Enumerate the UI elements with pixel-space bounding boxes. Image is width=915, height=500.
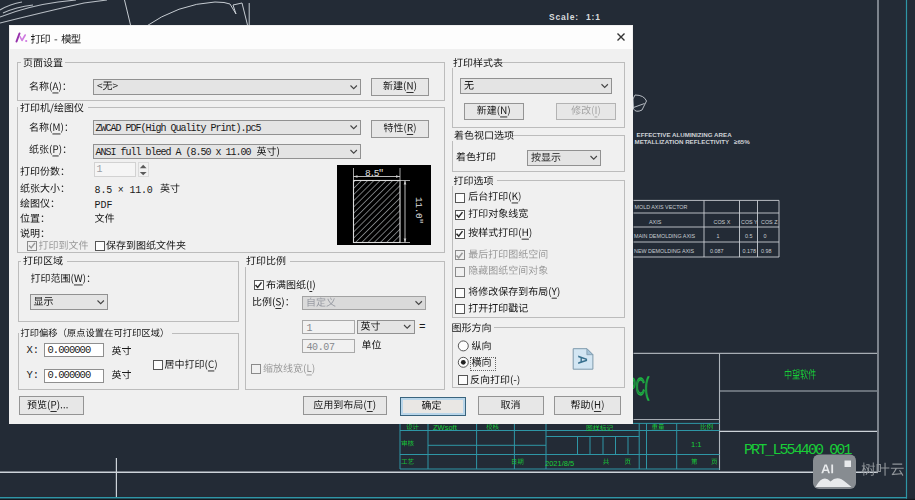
svg-text:1: 1	[96, 164, 102, 175]
svg-text:ANSI full bleed A (8.50 x 11.0: ANSI full bleed A (8.50 x 11.00	[96, 147, 252, 158]
svg-text:1: 1	[307, 323, 313, 334]
svg-text:11.0″: 11.0″	[413, 197, 424, 224]
svg-text:=: =	[419, 321, 426, 333]
svg-text:PDF: PDF	[95, 200, 113, 211]
svg-text:8.5″: 8.5″	[365, 168, 384, 179]
svg-text:Y:: Y:	[26, 369, 39, 381]
svg-text:0.000000: 0.000000	[48, 344, 91, 356]
svg-text:40.07: 40.07	[307, 342, 335, 353]
svg-text:X:: X:	[26, 344, 39, 356]
svg-text:0.000000: 0.000000	[48, 369, 91, 381]
svg-text:ZWCAD PDF(High Quality Print).: ZWCAD PDF(High Quality Print).pc5	[96, 123, 262, 134]
svg-text:8.5 × 11.0: 8.5 × 11.0	[95, 185, 153, 196]
